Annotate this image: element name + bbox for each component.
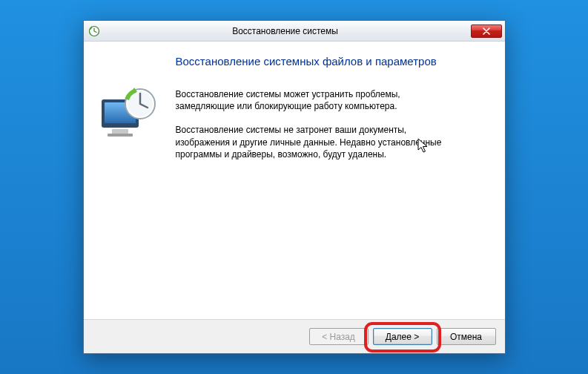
svg-rect-4 (112, 129, 128, 134)
text-column: Восстановление системных файлов и параме… (171, 55, 489, 312)
content-area: Восстановление системных файлов и параме… (84, 42, 505, 319)
intro-paragraph-1: Восстановление системы может устранить п… (176, 88, 457, 112)
wizard-footer: < Назад Далее > Отмена (84, 319, 505, 353)
svg-rect-5 (108, 134, 133, 137)
cancel-button[interactable]: Отмена (437, 328, 496, 345)
graphic-column (97, 55, 171, 312)
page-heading: Восстановление системных файлов и параме… (176, 55, 489, 68)
close-button[interactable] (471, 24, 502, 38)
system-restore-icon (88, 25, 100, 37)
next-button[interactable]: Далее > (373, 328, 432, 345)
restore-graphic-icon (97, 143, 164, 154)
titlebar: Восстановление системы (84, 21, 505, 42)
system-restore-window: Восстановление системы (83, 20, 506, 354)
back-button: < Назад (309, 328, 369, 345)
window-title: Восстановление системы (100, 26, 471, 36)
intro-paragraph-2: Восстановление системы не затронет ваши … (176, 124, 457, 160)
